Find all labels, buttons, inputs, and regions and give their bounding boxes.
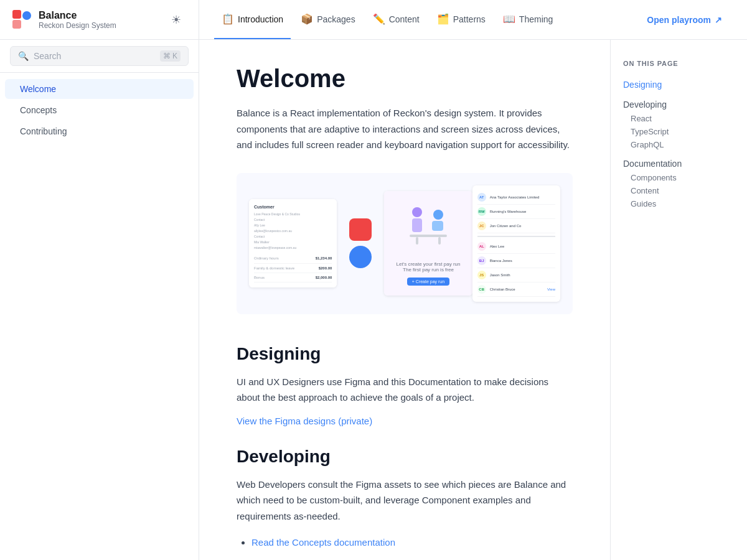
- svg-point-3: [412, 207, 422, 217]
- page-title: Welcome: [237, 65, 573, 93]
- list-name-6: Christian Bruce: [490, 287, 543, 291]
- list-avatar-4: BJ: [477, 256, 486, 265]
- tab-introduction-label: Introduction: [238, 14, 283, 24]
- concepts-link[interactable]: Read the Concepts documentation: [251, 537, 395, 548]
- logo-text: Balance Reckon Design System: [39, 10, 116, 30]
- mock-label-family: Family & domestic leave: [254, 266, 294, 271]
- logo-section: Balance Reckon Design System ☀: [0, 0, 199, 39]
- list-item-5: JS Jason Smith: [477, 268, 555, 282]
- figma-designs-link[interactable]: View the Figma designs (private): [237, 416, 372, 426]
- search-label: Search: [34, 51, 155, 61]
- main-nav-tabs: 📋 Introduction 📦 Packages ✏️ Content 🗂️ …: [199, 0, 747, 39]
- mock-illustration-card: Let's create your first pay run The firs…: [384, 191, 472, 296]
- developing-heading: Developing: [237, 447, 573, 467]
- illustration-text: Let's create your first pay run: [397, 261, 461, 267]
- svg-rect-8: [416, 237, 418, 245]
- designing-heading: Designing: [237, 344, 573, 364]
- packages-icon: 📦: [301, 13, 313, 25]
- sidebar-item-concepts-label: Concepts: [20, 105, 57, 115]
- mock-card1-title: Customer: [254, 204, 332, 210]
- svg-point-1: [22, 11, 31, 20]
- open-playroom-button[interactable]: Open playroom ↗: [637, 10, 732, 30]
- mock-label-bonus: Bonus: [254, 275, 265, 280]
- toc-item-designing[interactable]: Designing: [623, 77, 735, 92]
- toc-subitem-components[interactable]: Components: [623, 171, 735, 184]
- mock-card1-contact2: Contact: [254, 235, 332, 239]
- tab-patterns[interactable]: 🗂️ Patterns: [430, 0, 493, 39]
- toc-subitem-content[interactable]: Content: [623, 184, 735, 197]
- svg-rect-4: [412, 218, 422, 232]
- page-intro: Balance is a React implementation of Rec…: [237, 105, 573, 153]
- list-avatar-1: RW: [477, 207, 486, 216]
- mock-row-ordinary: Ordinary hours $1,234.00: [254, 254, 332, 263]
- toc-item-documentation[interactable]: Documentation: [623, 156, 735, 171]
- mock-val-family: $200.00: [319, 266, 332, 271]
- tab-theming-label: Theming: [519, 14, 553, 24]
- toc-subitem-graphql[interactable]: GraphQL: [623, 138, 735, 151]
- bullet-item-0: Read the Concepts documentation: [251, 534, 573, 551]
- sidebar-item-welcome-label: Welcome: [20, 84, 56, 94]
- svg-rect-6: [432, 221, 443, 231]
- mock-payslip-card: Customer Love Peace Design & Co Studios …: [249, 199, 337, 288]
- mock-shapes-card: [337, 206, 384, 281]
- list-item-4: BJ Bianca Jones: [477, 254, 555, 268]
- content-icon: ✏️: [373, 13, 385, 25]
- mock-row-bonus: Bonus $2,000.00: [254, 273, 332, 282]
- list-view-link[interactable]: View: [547, 287, 555, 291]
- list-name-4: Bianca Jones: [490, 259, 555, 263]
- toc-section-documentation: Documentation Components Content Guides: [623, 156, 735, 210]
- sidebar-item-concepts[interactable]: Concepts: [5, 100, 194, 120]
- list-avatar-5: JS: [477, 271, 486, 279]
- developing-bullet-list: Read the Concepts documentation: [237, 534, 573, 551]
- mock-card1-name1: Ally Lee: [254, 223, 332, 228]
- list-avatar-0: AT: [477, 193, 486, 202]
- tab-patterns-label: Patterns: [453, 14, 486, 24]
- main-layout: 🔍 Search ⌘ K Welcome Concepts Contributi…: [0, 40, 747, 560]
- illustration-btn: + Create pay run: [407, 278, 449, 286]
- tab-packages[interactable]: 📦 Packages: [293, 0, 362, 39]
- svg-rect-0: [12, 10, 21, 19]
- list-avatar-2: JC: [477, 222, 486, 230]
- sidebar-item-contributing-label: Contributing: [20, 126, 67, 136]
- search-box[interactable]: 🔍 Search ⌘ K: [0, 40, 199, 73]
- svg-point-5: [433, 210, 443, 220]
- tab-introduction[interactable]: 📋 Introduction: [214, 0, 291, 39]
- open-playroom-label: Open playroom: [647, 15, 711, 25]
- content-area: Welcome Balance is a React implementatio…: [199, 40, 610, 560]
- balance-logo-icon: [12, 10, 32, 30]
- toc-subitem-react[interactable]: React: [623, 112, 735, 125]
- toc-section-designing: Designing: [623, 77, 735, 92]
- mock-card1-contact1: Contact: [254, 218, 332, 222]
- svg-rect-2: [12, 20, 21, 29]
- top-nav: Balance Reckon Design System ☀ 📋 Introdu…: [0, 0, 747, 40]
- designing-text: UI and UX Designers use Figma and this D…: [237, 374, 573, 406]
- screenshot-grid: Customer Love Peace Design & Co Studios …: [237, 173, 573, 314]
- mock-card1-email2: miawalker@lovepease.com.au: [254, 246, 332, 250]
- tab-theming[interactable]: 📖 Theming: [496, 0, 560, 39]
- mock-card1-email1: allylee@lovepestco.com.au: [254, 229, 332, 233]
- introduction-icon: 📋: [222, 13, 234, 25]
- list-name-0: Ana Taylor Associates Limited: [490, 195, 555, 199]
- sidebar: 🔍 Search ⌘ K Welcome Concepts Contributi…: [0, 40, 199, 560]
- logo-subtitle: Reckon Design System: [39, 21, 116, 30]
- search-shortcut: ⌘ K: [160, 50, 181, 62]
- toc-subitem-typescript[interactable]: TypeScript: [623, 125, 735, 138]
- list-item-1: RW Running's Warehouse: [477, 205, 555, 219]
- mock-val-ordinary: $1,234.00: [316, 256, 332, 261]
- list-name-1: Running's Warehouse: [490, 210, 555, 213]
- toc-item-developing[interactable]: Developing: [623, 97, 735, 112]
- sidebar-nav: Welcome Concepts Contributing: [0, 73, 199, 147]
- toc-subitem-guides[interactable]: Guides: [623, 197, 735, 210]
- toc-title: ON THIS PAGE: [623, 60, 735, 67]
- theming-icon: 📖: [503, 13, 515, 25]
- list-avatar-6: CB: [477, 285, 486, 294]
- mock-val-bonus: $2,000.00: [316, 275, 332, 280]
- theme-toggle-button[interactable]: ☀: [166, 10, 186, 30]
- list-item-0: AT Ana Taylor Associates Limited: [477, 190, 555, 205]
- tab-content[interactable]: ✏️ Content: [365, 0, 427, 39]
- sidebar-item-welcome[interactable]: Welcome: [5, 79, 194, 99]
- sidebar-item-contributing[interactable]: Contributing: [5, 121, 194, 141]
- search-icon: 🔍: [18, 51, 29, 61]
- list-avatar-3: AL: [477, 242, 486, 251]
- tab-packages-label: Packages: [317, 14, 355, 24]
